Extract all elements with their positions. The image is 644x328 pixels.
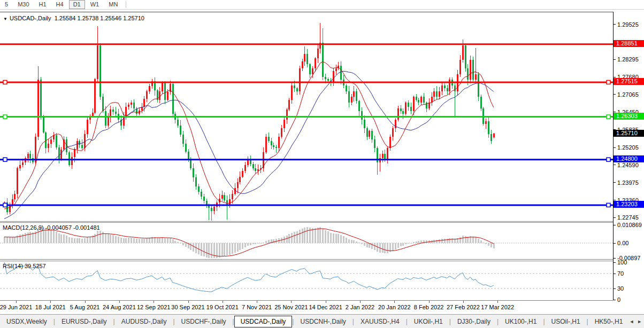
timeframe-button-mn[interactable]: MN bbox=[104, 0, 122, 9]
candle-body bbox=[472, 60, 474, 80]
candle-body bbox=[413, 97, 415, 111]
candle-body bbox=[306, 54, 308, 64]
candle-body bbox=[81, 145, 83, 149]
tab-usdcnh-daily[interactable]: USDCNH-,Daily bbox=[294, 316, 352, 327]
candle-body bbox=[60, 150, 62, 160]
candle-body bbox=[410, 107, 412, 111]
hline-handle[interactable] bbox=[3, 115, 7, 119]
price-chart-panel[interactable]: ▼USDCAD-,Daily 1.25584 1.25738 1.25546 1… bbox=[0, 12, 613, 221]
timeframe-button-h4[interactable]: H4 bbox=[52, 0, 68, 9]
macd-bar bbox=[420, 240, 422, 243]
hline-handle[interactable] bbox=[607, 115, 610, 119]
macd-bar bbox=[99, 231, 101, 243]
macd-bar bbox=[53, 231, 55, 243]
macd-bar bbox=[60, 235, 62, 243]
date-label: 18 Jul 2021 bbox=[35, 304, 66, 310]
macd-bar bbox=[312, 228, 313, 243]
hline-price-label: 1.24800 bbox=[614, 155, 644, 162]
timeframe-button-5[interactable]: 5 bbox=[1, 0, 12, 9]
rsi-scale-tick bbox=[614, 300, 616, 300]
candle-body bbox=[294, 85, 295, 88]
candle-body bbox=[76, 141, 78, 149]
tab-dj30-daily[interactable]: DJ30-,Daily bbox=[451, 316, 497, 327]
candle-body bbox=[87, 120, 88, 134]
candle-body bbox=[418, 100, 419, 103]
macd-bar bbox=[162, 237, 163, 243]
date-label: 27 Feb 2022 bbox=[447, 304, 480, 310]
macd-bar bbox=[462, 236, 464, 243]
candle-body bbox=[444, 85, 446, 88]
rsi-panel[interactable]: RSI(14) 39.5257 bbox=[0, 261, 613, 300]
macd-bar bbox=[133, 238, 135, 243]
date-tick-mark bbox=[463, 301, 464, 303]
tab-eurusd-daily[interactable]: EURUSD-,Daily bbox=[55, 316, 113, 327]
price-axis[interactable]: 1.295251.282951.276801.270651.264501.258… bbox=[613, 12, 644, 300]
candle-body bbox=[167, 92, 168, 100]
candle-body bbox=[416, 97, 417, 99]
candle-body bbox=[397, 108, 399, 120]
candle-body bbox=[364, 120, 365, 128]
macd-bar bbox=[157, 238, 158, 243]
hline-handle[interactable] bbox=[607, 203, 610, 207]
hline-handle[interactable] bbox=[607, 80, 610, 84]
macd-bar bbox=[79, 238, 80, 243]
tab-usdcad-daily[interactable]: USDCAD-,Daily bbox=[234, 316, 293, 327]
macd-bar bbox=[335, 234, 337, 244]
macd-panel[interactable]: MACD(12,26,9) -0.004057 -0.001481 bbox=[0, 223, 613, 259]
candle-body bbox=[475, 74, 477, 80]
macd-value-signal: -0.001481 bbox=[73, 224, 100, 231]
time-axis[interactable]: 29 Jun 202118 Jul 20215 Aug 202124 Aug 2… bbox=[0, 300, 613, 314]
macd-bar bbox=[149, 238, 150, 243]
timeframe-button-m30[interactable]: M30 bbox=[13, 0, 33, 9]
candle-body bbox=[408, 103, 409, 107]
tab-audusd-daily[interactable]: AUDUSD-,Daily bbox=[115, 316, 173, 327]
macd-bar bbox=[408, 243, 409, 244]
tab-usdchf-daily[interactable]: USDCHF-,Daily bbox=[175, 316, 233, 327]
tab-usoil-h1[interactable]: USOil-,H1 bbox=[545, 316, 587, 327]
macd-bar bbox=[485, 243, 487, 244]
macd-bar bbox=[247, 243, 249, 246]
tab-usdx-weekly[interactable]: USDX,Weekly bbox=[0, 316, 53, 327]
tab-uk100-h1[interactable]: UK100-,H1 bbox=[499, 316, 543, 327]
tab-scroll-left-icon[interactable]: ◄ bbox=[629, 319, 634, 324]
candle-body bbox=[389, 137, 391, 148]
tab-scroll-right-icon[interactable]: ► bbox=[637, 319, 642, 324]
candle-body bbox=[356, 91, 357, 101]
hline-handle[interactable] bbox=[607, 158, 610, 161]
tab-hk50-h1[interactable]: HK50-,H1 bbox=[588, 316, 630, 327]
hline-handle[interactable] bbox=[3, 158, 7, 161]
timeframe-button-d1[interactable]: D1 bbox=[69, 0, 85, 9]
tab-ukoil-h1[interactable]: UKOil-,H1 bbox=[408, 316, 449, 327]
hline-handle[interactable] bbox=[3, 203, 7, 207]
macd-bar bbox=[68, 237, 70, 243]
candle-body bbox=[296, 88, 298, 91]
hline-price-label: 1.23203 bbox=[614, 201, 644, 208]
macd-bar bbox=[84, 238, 86, 243]
date-label: 30 Sep 2021 bbox=[171, 304, 204, 310]
hline-handle[interactable] bbox=[3, 80, 7, 84]
candle-body bbox=[470, 60, 471, 80]
candle-body bbox=[454, 85, 456, 91]
chart-legend: ▼USDCAD-,Daily 1.25584 1.25738 1.25546 1… bbox=[3, 15, 144, 21]
chart-tab-bar: USDX,Weekly|EURUSD-,Daily|AUDUSD-,Daily|… bbox=[0, 314, 644, 328]
timeframe-button-h1[interactable]: H1 bbox=[35, 0, 51, 9]
timeframe-button-w1[interactable]: W1 bbox=[86, 0, 104, 9]
candle-body bbox=[493, 134, 495, 137]
macd-bar bbox=[206, 243, 208, 257]
chart-dropdown-icon[interactable]: ▼ bbox=[3, 17, 7, 21]
macd-bar bbox=[265, 241, 267, 243]
candle-body bbox=[304, 54, 305, 61]
price-tick-label: 1.23975 bbox=[617, 179, 639, 186]
date-tick-mark bbox=[291, 301, 292, 303]
candle-body bbox=[94, 79, 96, 113]
tab-xauusd-h4[interactable]: XAUUSD-,H4 bbox=[354, 316, 406, 327]
candle-body bbox=[335, 68, 337, 71]
chart-tabs: USDX,Weekly|EURUSD-,Daily|AUDUSD-,Daily|… bbox=[0, 316, 629, 327]
macd-bar bbox=[180, 243, 181, 244]
candle-body bbox=[281, 128, 282, 137]
date-label: 7 Nov 2021 bbox=[242, 304, 272, 310]
macd-legend: MACD(12,26,9) -0.004057 -0.001481 bbox=[3, 224, 100, 231]
macd-bar bbox=[472, 237, 474, 243]
candlestick-chart[interactable] bbox=[0, 12, 613, 222]
candle-body bbox=[40, 80, 42, 116]
